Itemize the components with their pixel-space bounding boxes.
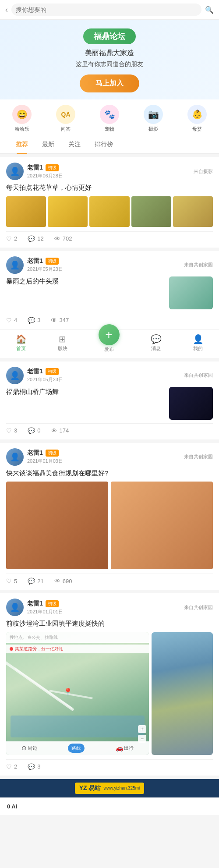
join-button[interactable]: 马上加入 — [80, 74, 139, 92]
nav-messages[interactable]: 💬 消息 — [151, 334, 162, 352]
post-image[interactable] — [6, 482, 108, 569]
post-thumbnail[interactable] — [169, 276, 213, 309]
view-count: 690 — [63, 578, 72, 585]
comment-stat[interactable]: 💬 0 — [28, 427, 40, 434]
heart-icon: ♡ — [6, 427, 12, 434]
comment-icon: 💬 — [28, 427, 35, 434]
post-stats: ♡ 2 💬 3 — [6, 759, 213, 770]
avatar[interactable]: 👤 — [6, 256, 24, 274]
qa-icon: QA — [56, 105, 75, 124]
like-stat[interactable]: ♡ 4 — [6, 317, 17, 324]
nearby-icon: ⊙ — [21, 744, 27, 751]
post-card: 👤 老雷1 初级 2021年01月01日 来自共创家园 前岐沙埕湾工业园填平速度… — [0, 593, 219, 776]
post-text-part: 福鼎桐山桥广场舞 — [6, 387, 165, 420]
watermark-bar: YZ 易站 www.yizhan.325mi — [0, 779, 219, 797]
username: 老雷1 — [27, 600, 43, 608]
nav-photo-label: 摄影 — [148, 126, 158, 132]
like-stat[interactable]: ♡ 3 — [6, 427, 17, 434]
comment-stat[interactable]: 💬 21 — [28, 577, 43, 585]
nav-blocks[interactable]: ⊞ 版块 — [58, 334, 67, 352]
tab-recommend[interactable]: 推荐 — [9, 136, 35, 153]
map-pin: 📍 — [63, 687, 73, 697]
avatar[interactable]: 👤 — [6, 599, 24, 616]
comment-stat[interactable]: 💬 12 — [28, 235, 43, 242]
search-icon[interactable]: 🔍 — [205, 6, 214, 14]
nav-qa[interactable]: QA 问答 — [56, 105, 75, 132]
comment-count: 21 — [37, 578, 43, 585]
post-image[interactable] — [173, 196, 213, 227]
content-tabs: 推荐 最新 关注 排行榜 — [0, 136, 219, 154]
map-image[interactable]: 搜地点、查公交、找路线 集某道路旁，分一亿好礼 📍 + − — [6, 632, 149, 755]
heart-icon: ♡ — [6, 763, 12, 770]
username: 老雷1 — [27, 257, 43, 265]
ai-bar: 0 Ai — [0, 797, 219, 815]
view-count: 347 — [59, 317, 69, 323]
user-badge: 初级 — [46, 258, 59, 265]
home-icon: 🏠 — [16, 334, 27, 344]
map-route-btn[interactable]: 路线 — [68, 744, 85, 753]
post-thumbnail[interactable] — [169, 387, 213, 420]
post-user-info: 👤 老雷1 初级 2021年05月23日 — [6, 256, 63, 274]
post-source: 来自共创家园 — [184, 262, 213, 268]
tab-ranking[interactable]: 排行榜 — [88, 136, 120, 153]
avatar[interactable]: 👤 — [6, 163, 24, 180]
post-header: 👤 老雷1 初级 2021年01月03日 来自共创家园 — [6, 448, 213, 466]
ai-label: 0 Ai — [7, 803, 17, 810]
post-image[interactable] — [6, 196, 46, 227]
post-image[interactable] — [89, 196, 129, 227]
post-image[interactable] — [152, 632, 213, 755]
search-input[interactable] — [11, 4, 201, 16]
map-zoom-in[interactable]: + — [138, 725, 146, 733]
nav-publish-label: 发布 — [104, 346, 114, 353]
nav-home[interactable]: 🏠 首页 — [16, 334, 27, 352]
map-water — [11, 716, 145, 737]
nav-publish[interactable]: + 发布 — [99, 333, 120, 353]
blocks-icon: ⊞ — [59, 334, 66, 344]
nav-pet[interactable]: 🐾 宠物 — [100, 105, 119, 132]
map-travel-btn[interactable]: 🚗 出行 — [116, 744, 134, 753]
avatar[interactable]: 👤 — [6, 448, 24, 466]
like-count: 5 — [14, 578, 17, 585]
post-image[interactable] — [111, 482, 213, 569]
comment-count: 0 — [37, 427, 40, 434]
post-header: 👤 老雷1 初级 2021年05月23日 来自共创家园 — [6, 256, 213, 274]
user-badge: 初级 — [46, 368, 59, 375]
user-meta: 老雷1 初级 2021年05月23日 — [27, 257, 63, 273]
post-title: 暴雨之后的牛头溪 — [6, 276, 165, 287]
like-stat[interactable]: ♡ 2 — [6, 235, 17, 242]
back-icon[interactable]: ‹ — [5, 5, 8, 14]
like-count: 4 — [14, 317, 17, 323]
view-stat: 👁 690 — [54, 577, 72, 585]
nav-mine[interactable]: 👤 我的 — [193, 334, 204, 352]
comment-icon: 💬 — [28, 763, 35, 770]
post-source: 来自共创家园 — [184, 604, 213, 611]
like-stat[interactable]: ♡ 5 — [6, 577, 17, 585]
post-title: 每天拍点花花草草，心情更好 — [6, 183, 213, 193]
comment-stat[interactable]: 💬 3 — [28, 763, 40, 770]
user-meta: 老雷1 初级 2021年01月01日 — [27, 600, 63, 615]
avatar[interactable]: 👤 — [6, 367, 24, 384]
tab-follow[interactable]: 关注 — [61, 136, 88, 153]
nav-photo[interactable]: 📷 摄影 — [144, 105, 163, 132]
post-image[interactable] — [48, 196, 88, 227]
post-user-info: 👤 老雷1 初级 2021年01月01日 — [6, 599, 63, 616]
nav-hobby[interactable]: 😄 哈哈乐 — [12, 105, 32, 132]
tab-latest[interactable]: 最新 — [35, 136, 61, 153]
post-images — [6, 196, 213, 227]
comment-stat[interactable]: 💬 3 — [28, 317, 40, 324]
promo-dot — [10, 647, 13, 651]
user-badge: 初级 — [46, 164, 59, 171]
comment-count: 12 — [37, 235, 43, 242]
post-body: 暴雨之后的牛头溪 — [6, 276, 213, 309]
map-nearby-btn[interactable]: ⊙ 周边 — [21, 744, 37, 753]
like-stat[interactable]: ♡ 2 — [6, 763, 17, 770]
post-title: 福鼎桐山桥广场舞 — [6, 387, 165, 397]
map-search-placeholder: 搜地点、查公交、找路线 — [10, 634, 58, 641]
post-image[interactable] — [131, 196, 171, 227]
banner-section: 福鼎论坛 美丽福鼎大家造 这里有你志同道合的朋友 马上加入 — [0, 20, 219, 99]
like-count: 3 — [14, 427, 17, 434]
publish-icon: + — [99, 324, 120, 345]
post-stats: ♡ 4 💬 3 👁 347 — [6, 313, 213, 324]
user-meta: 老雷1 初级 2021年06月28日 — [27, 164, 63, 179]
nav-parenting[interactable]: 👶 母婴 — [187, 105, 207, 132]
